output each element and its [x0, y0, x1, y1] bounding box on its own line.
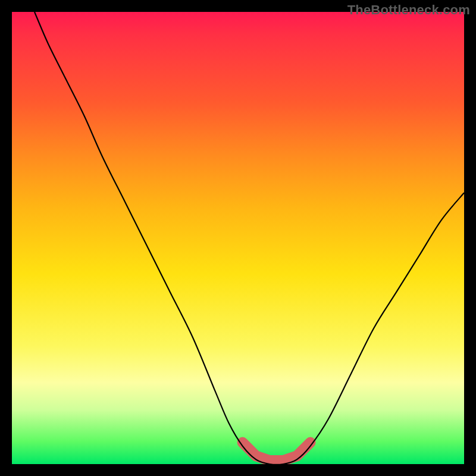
chart-gradient-background [12, 12, 464, 464]
bottleneck-curve-line [35, 12, 464, 464]
watermark-text: TheBottleneck.com [347, 2, 470, 18]
bottleneck-chart [12, 12, 464, 464]
